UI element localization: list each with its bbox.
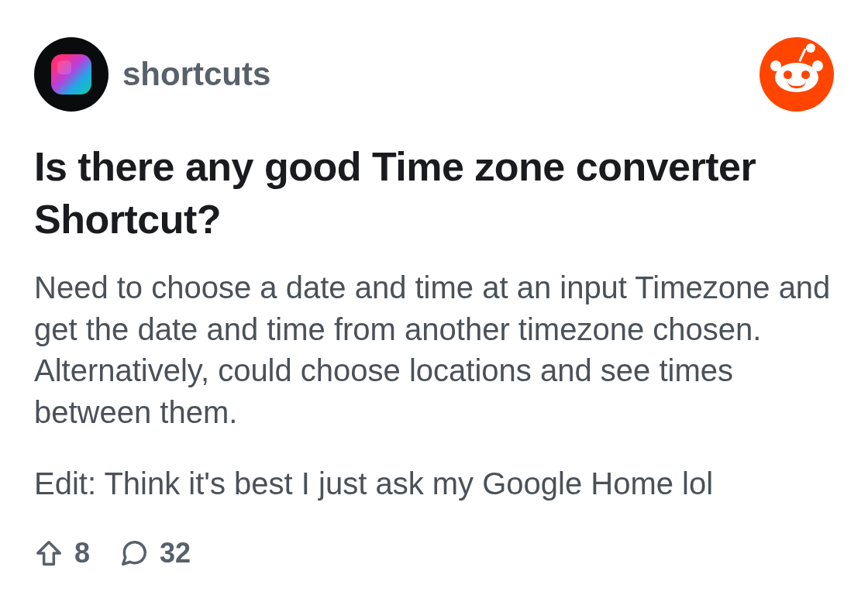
- comments-button[interactable]: 32: [119, 537, 191, 569]
- subreddit-name: shortcuts: [122, 56, 270, 93]
- upvote-icon: [34, 538, 64, 568]
- comment-icon: [119, 538, 149, 568]
- post-header: shortcuts: [34, 37, 834, 112]
- upvote-button[interactable]: 8: [34, 537, 90, 569]
- post-footer: 8 32: [34, 537, 834, 569]
- subreddit-link[interactable]: shortcuts: [34, 37, 270, 112]
- subreddit-icon: [34, 37, 108, 112]
- comment-count: 32: [160, 537, 191, 569]
- post-body: Need to choose a date and time at an inp…: [34, 267, 834, 504]
- post-paragraph: Need to choose a date and time at an inp…: [34, 267, 834, 433]
- post-title[interactable]: Is there any good Time zone converter Sh…: [34, 141, 834, 246]
- shortcuts-app-icon: [51, 54, 91, 95]
- upvote-count: 8: [74, 537, 90, 569]
- post-paragraph: Edit: Think it's best I just ask my Goog…: [34, 463, 834, 505]
- reddit-logo-icon[interactable]: [760, 37, 834, 112]
